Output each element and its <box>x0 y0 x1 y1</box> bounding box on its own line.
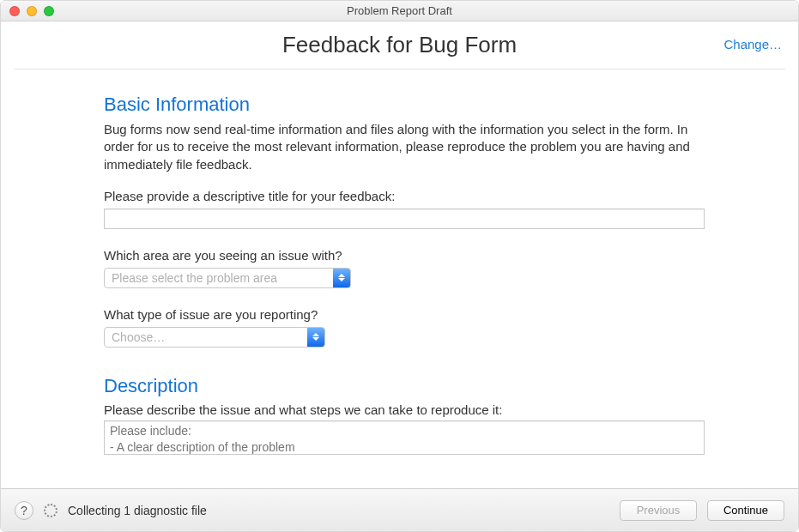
close-window-button[interactable] <box>9 6 20 16</box>
area-select-stepper[interactable] <box>333 269 350 287</box>
description-textarea[interactable] <box>104 420 705 455</box>
description-label: Please describe the issue and what steps… <box>104 402 695 417</box>
chevron-down-icon <box>338 278 345 281</box>
footer: ? Collecting 1 diagnostic file Previous … <box>1 488 798 531</box>
issue-type-select[interactable]: Choose… <box>104 327 325 348</box>
previous-button: Previous <box>620 500 697 521</box>
chevron-up-icon <box>312 333 319 336</box>
help-icon: ? <box>21 504 27 517</box>
page-header: Feedback for Bug Form Change… <box>14 21 785 70</box>
section-description: Description Please describe the issue an… <box>104 375 695 457</box>
feedback-title-input[interactable] <box>104 209 705 229</box>
change-link[interactable]: Change… <box>723 37 782 51</box>
area-select-value: Please select the problem area <box>105 269 333 287</box>
basic-info-description: Bug forms now send real-time information… <box>104 121 695 173</box>
page-title: Feedback for Bug Form <box>282 32 517 58</box>
section-basic-info: Basic Information Bug forms now send rea… <box>104 94 695 348</box>
traffic-lights <box>9 6 54 16</box>
maximize-window-button[interactable] <box>44 6 54 16</box>
issue-type-select-stepper[interactable] <box>307 328 324 347</box>
area-label: Which area are you seeing an issue with? <box>104 248 695 263</box>
window-title: Problem Report Draft <box>8 4 791 17</box>
feedback-title-label: Please provide a descriptive title for y… <box>104 189 695 203</box>
issue-type-label: What type of issue are you reporting? <box>104 307 695 322</box>
status-text: Collecting 1 diagnostic file <box>68 504 207 517</box>
chevron-down-icon <box>312 337 319 341</box>
form-content[interactable]: Basic Information Bug forms now send rea… <box>1 70 798 488</box>
issue-type-select-value: Choose… <box>105 328 307 347</box>
area-select[interactable]: Please select the problem area <box>104 268 351 288</box>
continue-button[interactable]: Continue <box>707 500 784 521</box>
chevron-up-icon <box>338 274 345 277</box>
description-heading: Description <box>104 375 695 397</box>
basic-info-heading: Basic Information <box>104 94 695 116</box>
spinner-icon <box>44 504 58 517</box>
titlebar[interactable]: Problem Report Draft <box>1 1 798 21</box>
help-button[interactable]: ? <box>15 501 33 520</box>
minimize-window-button[interactable] <box>27 6 37 16</box>
